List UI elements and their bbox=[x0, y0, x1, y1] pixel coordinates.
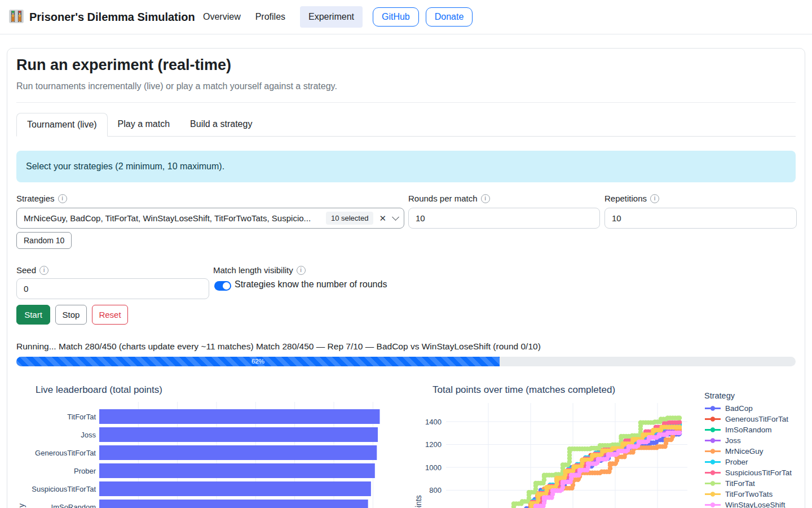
toggle-knob bbox=[223, 282, 230, 290]
bar-label: ImSoRandom bbox=[51, 503, 96, 508]
tab-tournament-live[interactable]: Tournament (live) bbox=[16, 113, 108, 137]
legend-item-SuspiciousTitForTat[interactable]: SuspiciousTitForTat bbox=[704, 467, 792, 478]
selected-count-badge: 10 selected bbox=[326, 212, 374, 225]
bar bbox=[99, 463, 375, 478]
y-axis-title: Strategy bbox=[17, 503, 26, 508]
rounds-label: Rounds per match i bbox=[408, 194, 490, 203]
leaderboard-svg: TitForTatJossGenerousTitForTatProberSusp… bbox=[16, 398, 405, 508]
legend-item-MrNiceGuy[interactable]: MrNiceGuy bbox=[704, 446, 792, 457]
info-icon[interactable]: i bbox=[39, 266, 48, 275]
tab-build-a-strategy[interactable]: Build a strategy bbox=[180, 113, 262, 136]
legend-item-Joss[interactable]: Joss bbox=[704, 435, 792, 446]
strategies-multiselect[interactable]: MrNiceGuy, BadCop, TitForTat, WinStayLos… bbox=[16, 208, 404, 229]
header: Prisoner's Dilemma Simulation Overview P… bbox=[0, 0, 812, 34]
legend-swatch-icon bbox=[704, 459, 721, 465]
info-alert: Select your strategies (2 minimum, 10 ma… bbox=[16, 151, 796, 182]
match-length-toggle[interactable] bbox=[214, 281, 231, 291]
legend-swatch-icon bbox=[704, 470, 721, 476]
bar-label: Prober bbox=[74, 467, 96, 475]
seed-label-text: Seed bbox=[16, 265, 36, 275]
bar bbox=[99, 427, 378, 442]
repetitions-label: Repetitions i bbox=[604, 194, 659, 203]
legend-item-WinStayLoseShift[interactable]: WinStayLoseShift bbox=[704, 500, 792, 508]
nav-item-experiment[interactable]: Experiment bbox=[300, 6, 363, 28]
bar bbox=[99, 445, 377, 460]
info-icon[interactable]: i bbox=[297, 266, 306, 275]
app-title: Prisoner's Dilemma Simulation bbox=[29, 0, 195, 34]
reset-button[interactable]: Reset bbox=[92, 305, 128, 325]
info-icon[interactable]: i bbox=[481, 194, 490, 203]
legend-swatch-icon bbox=[704, 480, 721, 487]
match-length-visibility-text: Match length visibility bbox=[213, 265, 293, 275]
random-10-button[interactable]: Random 10 bbox=[16, 232, 72, 249]
page: Prisoner's Dilemma Simulation Overview P… bbox=[0, 0, 812, 508]
seed-label: Seed i bbox=[16, 265, 48, 275]
legend-label: WinStayLoseShift bbox=[725, 501, 785, 508]
legend-swatch-icon bbox=[704, 416, 721, 422]
app-logo-icon bbox=[9, 9, 24, 26]
axis-tick-label: 1200 bbox=[425, 440, 442, 449]
repetitions-label-text: Repetitions bbox=[604, 194, 647, 203]
stop-button[interactable]: Stop bbox=[55, 305, 87, 325]
axis-tick-label: 1000 bbox=[425, 463, 442, 472]
legend-item-ImSoRandom[interactable]: ImSoRandom bbox=[704, 424, 792, 435]
clear-icon[interactable]: ✕ bbox=[379, 213, 386, 224]
nav-item-overview[interactable]: Overview bbox=[203, 12, 241, 22]
strategies-label: Strategies i bbox=[16, 194, 67, 203]
legend-swatch-icon bbox=[704, 448, 721, 454]
legend-label: ImSoRandom bbox=[725, 426, 772, 434]
legend-item-TitForTwoTats[interactable]: TitForTwoTats bbox=[704, 489, 792, 500]
legend-title: Strategy bbox=[704, 391, 792, 400]
chevron-down-icon[interactable] bbox=[392, 213, 399, 221]
legend-item-Prober[interactable]: Prober bbox=[704, 457, 792, 467]
axis-tick-label: 1400 bbox=[425, 418, 442, 426]
legend-item-GenerousTitForTat[interactable]: GenerousTitForTat bbox=[704, 414, 792, 424]
tab-play-a-match[interactable]: Play a match bbox=[108, 113, 180, 136]
match-length-visibility-label: Match length visibility i bbox=[213, 265, 306, 275]
start-button[interactable]: Start bbox=[16, 305, 50, 325]
legend-label: MrNiceGuy bbox=[725, 447, 764, 456]
legend: Strategy BadCopGenerousTitForTatImSoRand… bbox=[704, 391, 792, 508]
divider bbox=[16, 102, 796, 103]
legend-label: TitForTat bbox=[725, 479, 755, 488]
strategies-selected-text: MrNiceGuy, BadCop, TitForTat, WinStayLos… bbox=[24, 213, 321, 223]
rounds-label-text: Rounds per match bbox=[408, 194, 478, 203]
bar bbox=[99, 500, 368, 508]
legend-swatch-icon bbox=[704, 405, 721, 411]
legend-label: Joss bbox=[725, 436, 741, 445]
legend-item-BadCop[interactable]: BadCop bbox=[704, 403, 792, 414]
leaderboard-chart: Live leaderboard (total points) TitForTa… bbox=[16, 380, 405, 508]
points-chart-title: Total points over time (matches complete… bbox=[433, 384, 615, 396]
bar-label: GenerousTitForTat bbox=[35, 449, 96, 457]
bar-label: SuspiciousTitForTat bbox=[32, 485, 96, 493]
donate-button[interactable]: Donate bbox=[426, 7, 473, 27]
strategies-label-text: Strategies bbox=[16, 194, 55, 203]
progress-bar: 62% bbox=[16, 357, 796, 366]
points-over-time-chart: Total points over time (matches complete… bbox=[413, 380, 808, 508]
legend-swatch-icon bbox=[704, 502, 721, 508]
top-navigation: Overview Profiles Experiment GitHub Dona… bbox=[203, 0, 479, 34]
toggle-label: Strategies know the number of rounds bbox=[235, 279, 387, 290]
axis-tick-label: 800 bbox=[429, 486, 442, 494]
bar-label: TitForTat bbox=[67, 413, 96, 421]
page-title: Run an experiment (real-time) bbox=[16, 56, 231, 74]
legend-swatch-icon bbox=[704, 437, 721, 444]
info-icon[interactable]: i bbox=[58, 194, 67, 203]
repetitions-input[interactable] bbox=[604, 208, 797, 229]
main-card: Run an experiment (real-time) Run tourna… bbox=[7, 48, 805, 508]
legend-label: GenerousTitForTat bbox=[725, 415, 788, 423]
seed-input[interactable] bbox=[16, 278, 209, 299]
rounds-input[interactable] bbox=[408, 208, 600, 229]
bar bbox=[99, 481, 371, 496]
legend-label: TitForTwoTats bbox=[725, 490, 773, 498]
progress-fill: 62% bbox=[16, 357, 500, 366]
bar-label: Joss bbox=[81, 431, 96, 439]
info-icon[interactable]: i bbox=[650, 194, 659, 203]
page-subtitle: Run tournaments incrementally (live) or … bbox=[16, 81, 337, 91]
legend-label: BadCop bbox=[725, 404, 753, 413]
github-button[interactable]: GitHub bbox=[373, 7, 419, 27]
nav-item-profiles[interactable]: Profiles bbox=[255, 12, 285, 22]
leaderboard-title: Live leaderboard (total points) bbox=[36, 384, 162, 396]
legend-swatch-icon bbox=[704, 491, 721, 497]
legend-item-TitForTat[interactable]: TitForTat bbox=[704, 478, 792, 489]
